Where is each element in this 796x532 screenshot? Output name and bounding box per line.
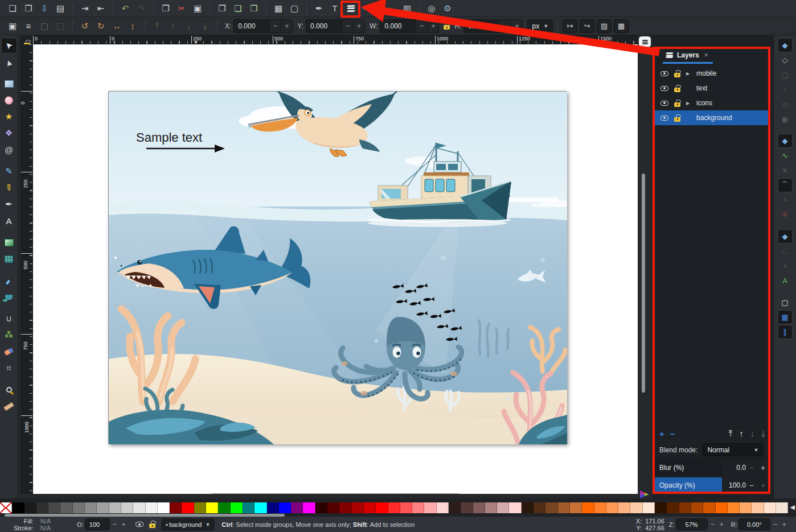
eye-icon[interactable] [660, 71, 668, 76]
swatch[interactable] [703, 502, 715, 513]
snap-rotation-centers-icon[interactable]: + [778, 259, 793, 273]
lock-icon[interactable] [674, 88, 680, 92]
swatch[interactable] [412, 502, 424, 513]
rectangle-tool[interactable] [1, 76, 17, 92]
layer-to-top-button[interactable]: ⤒ [729, 428, 733, 439]
swatch[interactable] [594, 502, 606, 513]
snap-object-centers-icon[interactable]: ∟ [778, 244, 793, 258]
blur-decrease-button[interactable]: − [746, 463, 757, 472]
w-increase-button[interactable]: + [427, 19, 438, 33]
swatch[interactable] [48, 502, 60, 513]
selection-touch-icon[interactable]: ⬚ [53, 19, 68, 33]
swatch[interactable] [473, 502, 485, 513]
snap-bbox-corners-icon[interactable]: ▫ [778, 83, 793, 97]
transform-pattern-toggle[interactable]: ▩ [614, 19, 629, 33]
layer-row-mobile[interactable]: ▶mobile [655, 66, 770, 81]
swatch[interactable] [728, 502, 740, 513]
unlink-clone-icon[interactable]: ❒ [247, 2, 261, 15]
swatch[interactable] [352, 502, 364, 513]
y-increase-button[interactable]: + [353, 19, 364, 33]
swatch[interactable] [764, 502, 776, 513]
swatch[interactable] [716, 502, 728, 513]
opacity-value[interactable]: 100.0 [722, 481, 746, 489]
opacity-increase-button[interactable]: + [757, 481, 769, 490]
snap-text-baseline-icon[interactable]: A [778, 274, 793, 288]
eye-icon[interactable] [660, 116, 668, 121]
swatch[interactable] [97, 502, 109, 513]
horizontal-scrollbar[interactable] [211, 493, 460, 494]
h-value[interactable]: 0.000 [464, 22, 499, 30]
lower-icon[interactable]: ↓ [182, 19, 196, 33]
gradient-tool[interactable] [1, 234, 17, 250]
snap-smooth-nodes-icon[interactable]: ⌒ [778, 178, 793, 192]
remove-layer-button[interactable]: − [670, 429, 675, 439]
swatch[interactable] [339, 502, 351, 513]
raise-icon[interactable]: ↑ [166, 19, 180, 33]
lock-icon[interactable] [674, 73, 680, 77]
h-increase-button[interactable]: + [511, 19, 522, 33]
swatch[interactable] [12, 502, 24, 513]
lock-icon[interactable] [674, 102, 680, 107]
box-3d-tool[interactable]: ❖ [1, 125, 17, 141]
pen-tool[interactable]: ✒ [1, 196, 17, 212]
swatch[interactable] [776, 502, 788, 513]
swatch[interactable] [218, 502, 230, 513]
swatch[interactable] [497, 502, 509, 513]
current-layer-dropdown[interactable]: • background ▼ [161, 518, 215, 531]
rotation-plus-button[interactable]: + [780, 520, 788, 529]
transform-gradient-toggle[interactable]: ▨ [597, 19, 612, 33]
swatch[interactable] [85, 502, 97, 513]
swatch[interactable] [194, 502, 206, 513]
snap-midpoints-icon[interactable]: ∸ [778, 193, 793, 207]
snap-bbox-edge-midpoints-icon[interactable]: ▭ [778, 97, 793, 112]
swatch[interactable] [303, 502, 315, 513]
swatch[interactable] [449, 502, 461, 513]
w-field[interactable]: W:0.000−+ [367, 19, 439, 33]
layers-dialog-icon[interactable] [343, 2, 358, 15]
fill-stroke-indicator[interactable]: Fill: N/A Stroke: N/A [14, 518, 51, 531]
horizontal-ruler[interactable]: 00250500750100012501500▼ [33, 35, 638, 44]
undo-icon[interactable]: ↶ [118, 2, 133, 15]
swatch[interactable] [255, 502, 266, 513]
rotation-field[interactable]: 0.00° [738, 518, 770, 530]
snap-path-intersections-icon[interactable]: ✕ [778, 163, 793, 178]
object-opacity-field[interactable]: 100 [85, 518, 110, 530]
layer-row-icons[interactable]: ▶icons [655, 96, 770, 110]
vertical-ruler[interactable]: 02505007501000 [20, 44, 33, 494]
palette-scroll-left-icon[interactable]: ◀ [790, 504, 795, 511]
paint-bucket-tool[interactable] [1, 289, 17, 305]
swatch[interactable] [545, 502, 557, 513]
blur-label[interactable]: Blur (%) [655, 460, 722, 476]
ungroup-icon[interactable]: ▢ [287, 2, 302, 15]
close-icon[interactable]: × [704, 51, 708, 59]
layer-lower-button[interactable]: ↓ [750, 428, 755, 439]
duplicate-icon[interactable]: ❐ [215, 2, 229, 15]
swatch[interactable] [158, 502, 170, 513]
swatch[interactable] [73, 502, 85, 513]
swatch[interactable] [570, 502, 582, 513]
node-tool[interactable]: ▲ [1, 54, 17, 70]
h-decrease-button[interactable]: − [499, 19, 511, 33]
snap-nodes-icon[interactable]: ◆ [778, 134, 793, 148]
eye-icon[interactable] [660, 101, 668, 106]
swatch[interactable] [206, 502, 218, 513]
raise-to-top-icon[interactable]: ⤒ [150, 19, 165, 33]
preferences-icon[interactable]: ⚙ [440, 2, 455, 15]
layer-to-bottom-button[interactable]: ⤓ [761, 428, 765, 439]
transform-stroke-toggle[interactable]: ↦ [563, 19, 577, 33]
snap-line-midpoints-icon[interactable]: ✱ [778, 208, 793, 222]
swatch[interactable] [667, 502, 679, 513]
swatch[interactable] [267, 502, 279, 513]
find-icon[interactable]: ◎ [424, 2, 439, 15]
mesh-gradient-tool[interactable] [1, 251, 17, 267]
opacity-decrease-button[interactable]: − [746, 481, 757, 490]
swatch[interactable] [655, 502, 667, 513]
zoom-minus-button[interactable]: − [709, 520, 717, 529]
ellipse-tool[interactable] [1, 92, 17, 108]
swatch-none[interactable] [0, 502, 12, 513]
canvas[interactable]: Sample text [33, 44, 638, 494]
import-icon[interactable]: ⇥ [77, 2, 92, 15]
document-new-icon[interactable]: ❏ [5, 2, 20, 15]
layer-visibility-icon[interactable] [136, 522, 143, 527]
expand-icon[interactable]: ▶ [686, 101, 691, 106]
